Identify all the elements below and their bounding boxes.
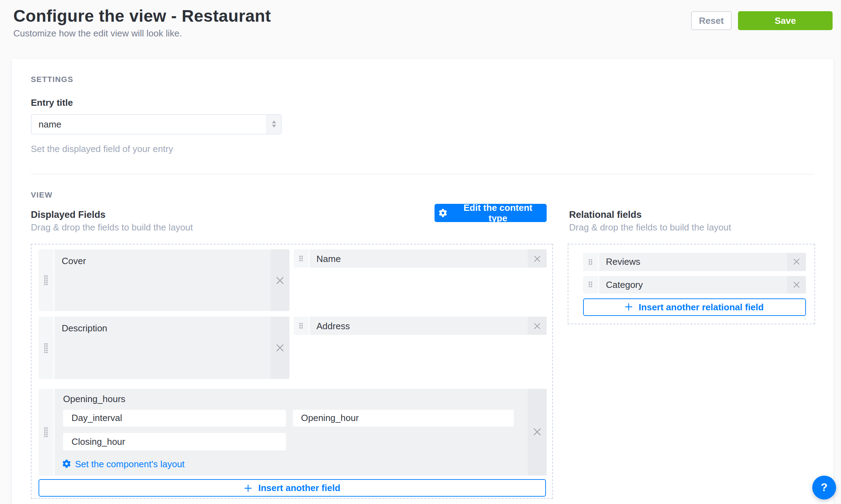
relational-field-label-category: Category (599, 276, 787, 294)
x-icon (533, 322, 541, 330)
drag-handle[interactable] (39, 317, 55, 379)
select-carets-icon (266, 115, 281, 133)
drag-dots-icon (588, 282, 590, 283)
displayed-fields-dropzone: Cover Name Description Address Openi (31, 244, 553, 498)
field-description[interactable]: Description (39, 317, 289, 379)
insert-another-relational-field-button[interactable]: Insert another relational field (583, 298, 806, 316)
field-address[interactable]: Address (293, 317, 547, 335)
field-label-address: Address (309, 317, 528, 335)
save-button[interactable]: Save (738, 11, 833, 30)
entry-title-select-value: name (39, 119, 61, 129)
drag-dots-icon (44, 343, 46, 344)
x-icon (792, 281, 800, 289)
configure-view-page: Configure the view - Restaurant Customiz… (0, 0, 841, 504)
remove-description-button[interactable] (270, 317, 289, 379)
help-button[interactable]: ? (812, 476, 836, 499)
relational-field-label-reviews: Reviews (599, 253, 787, 271)
field-name[interactable]: Name (293, 249, 547, 268)
drag-dots-icon (299, 256, 300, 257)
page-title: Configure the view - Restaurant (13, 6, 271, 26)
field-label-description: Description (55, 317, 270, 379)
page-subtitle: Customize how the edit view will look li… (13, 28, 182, 39)
settings-section-label: SETTINGS (31, 75, 73, 83)
section-divider (31, 173, 814, 174)
drag-dots-icon (44, 427, 46, 429)
config-card: SETTINGS Entry title name Set the displa… (12, 58, 833, 504)
subfield-closing-hour[interactable]: Closing_hour (63, 433, 286, 450)
plus-icon (625, 303, 633, 311)
subfield-day-interval[interactable]: Day_interval (63, 409, 286, 427)
insert-another-field-button[interactable]: Insert another field (39, 479, 546, 497)
x-icon (533, 255, 541, 262)
gear-icon (439, 208, 447, 217)
edit-content-type-label: Edit the content type (453, 202, 542, 223)
component-title: Opening_hours (63, 394, 125, 404)
gear-icon (62, 460, 71, 468)
entry-title-help-text: Set the displayed field of your entry (31, 143, 173, 154)
remove-address-button[interactable] (528, 317, 547, 335)
field-label-cover: Cover (55, 249, 270, 311)
drag-dots-icon (299, 323, 300, 324)
remove-reviews-button[interactable] (787, 253, 806, 271)
drag-handle[interactable] (583, 253, 599, 271)
relational-fields-title: Relational fields (569, 209, 642, 220)
remove-category-button[interactable] (787, 276, 806, 294)
insert-another-field-label: Insert another field (258, 483, 340, 493)
x-icon (533, 428, 542, 437)
relational-field-reviews[interactable]: Reviews (583, 253, 806, 271)
relational-fields-dropzone: Reviews Category Insert another relation… (568, 244, 815, 324)
edit-content-type-button[interactable]: Edit the content type (435, 203, 547, 222)
drag-dots-icon (588, 259, 590, 261)
x-icon (275, 343, 284, 352)
x-icon (275, 276, 284, 285)
caret-up-icon (272, 120, 276, 123)
drag-handle[interactable] (583, 276, 599, 294)
displayed-fields-subtitle: Drag & drop the fields to build the layo… (31, 222, 193, 232)
component-opening-hours[interactable]: Opening_hours Day_interval Opening_hour … (39, 389, 547, 475)
entry-title-label: Entry title (31, 97, 73, 108)
help-button-label: ? (821, 481, 828, 494)
remove-cover-button[interactable] (270, 249, 289, 311)
view-section-label: VIEW (31, 190, 53, 199)
field-cover[interactable]: Cover (39, 249, 289, 311)
drag-handle[interactable] (293, 249, 309, 268)
relational-field-category[interactable]: Category (583, 276, 806, 294)
set-component-layout-link[interactable]: Set the component's layout (62, 458, 185, 469)
caret-down-icon (272, 125, 276, 127)
drag-handle[interactable] (39, 249, 55, 311)
set-component-layout-label: Set the component's layout (75, 458, 185, 469)
drag-handle[interactable] (293, 317, 309, 335)
subfield-opening-hour[interactable]: Opening_hour (293, 409, 514, 427)
remove-name-button[interactable] (528, 249, 547, 268)
field-label-name: Name (309, 249, 528, 268)
reset-button[interactable]: Reset (691, 11, 732, 30)
displayed-fields-title: Displayed Fields (31, 209, 105, 220)
remove-component-button[interactable] (528, 389, 547, 475)
drag-dots-icon (44, 275, 46, 277)
insert-another-relational-field-label: Insert another relational field (639, 302, 764, 312)
drag-handle[interactable] (39, 389, 55, 475)
entry-title-select[interactable]: name (31, 114, 282, 134)
relational-fields-subtitle: Drag & drop the fields to build the layo… (569, 222, 731, 232)
x-icon (792, 258, 800, 266)
plus-icon (244, 484, 253, 492)
